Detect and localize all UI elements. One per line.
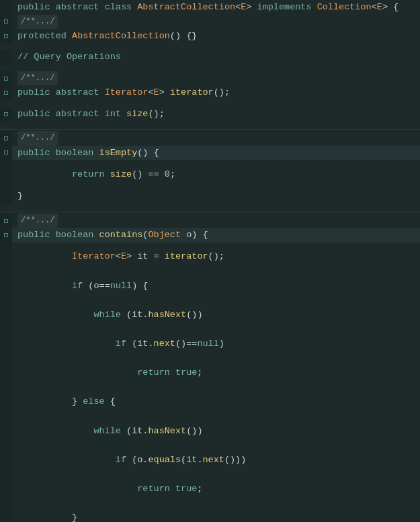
keyword-public: public <box>17 0 50 15</box>
class-name: AbstractCollection <box>137 0 235 15</box>
gutter <box>0 300 12 329</box>
blank-line <box>0 100 420 107</box>
keyword: abstract <box>56 85 99 100</box>
line-content: return size() == 0; <box>12 160 181 189</box>
line-content: /**.../ <box>12 214 63 228</box>
gutter <box>0 146 12 161</box>
size-line: public abstract int size(); <box>0 107 420 122</box>
constructor-line: protected AbstractCollection() {} <box>0 29 420 44</box>
keyword: true <box>175 482 197 496</box>
gutter-marker <box>4 91 8 95</box>
keyword: return <box>137 482 170 496</box>
line-content: public abstract class AbstractCollection… <box>12 0 404 15</box>
code-container: public abstract class AbstractCollection… <box>0 0 420 522</box>
javadoc-collapse: /**.../ <box>17 71 58 85</box>
line-content: } else { <box>12 388 121 417</box>
generic-bracket: < <box>235 0 241 15</box>
gutter-marker <box>4 112 8 116</box>
type: Iterator <box>72 249 116 264</box>
if-equals-line: if (o.equals(it.next())) <box>0 445 420 474</box>
contains-line: public boolean contains(Object o) { <box>0 228 420 243</box>
javadoc-line-1: /**.../ <box>0 15 420 29</box>
gutter <box>0 474 12 503</box>
javadoc-line-3: /**.../ <box>0 131 420 145</box>
return-true-2: return true; <box>0 474 420 503</box>
return-size-line: return size() == 0; <box>0 160 420 189</box>
keyword-implements: implements <box>257 0 312 15</box>
gutter <box>0 243 12 271</box>
gutter-marker <box>4 233 8 237</box>
separator-1 <box>0 129 420 130</box>
iterator-line: public abstract Iterator<E> iterator(); <box>0 85 420 100</box>
line-content: /**.../ <box>12 131 63 145</box>
method-call: hasNext <box>148 308 186 322</box>
number: 0 <box>165 167 170 182</box>
while-hasnext-2: while (it.hasNext()) <box>0 417 420 445</box>
line-content: if (it.next()==null) <box>12 329 230 358</box>
gutter <box>0 189 12 204</box>
line-content: public abstract int size(); <box>12 107 170 122</box>
gutter <box>0 329 12 358</box>
type: Object <box>148 228 181 243</box>
javadoc-line-2: /**.../ <box>0 71 420 85</box>
header-line: public abstract class AbstractCollection… <box>0 0 420 15</box>
keyword-class: class <box>105 0 132 15</box>
comment-text: // Query Operations <box>17 50 121 64</box>
gutter <box>0 417 12 445</box>
blank-line <box>0 64 420 71</box>
keyword: if <box>72 279 83 294</box>
param: o <box>186 228 192 243</box>
gutter <box>0 29 12 44</box>
keyword: else <box>83 394 104 409</box>
iterator-decl-line: Iterator<E> it = iterator(); <box>0 243 420 271</box>
gutter <box>0 388 12 417</box>
type-param: E <box>241 0 246 15</box>
keyword: if <box>116 337 126 351</box>
gutter <box>0 160 12 189</box>
keyword: null <box>110 279 132 294</box>
keyword: while <box>93 424 121 439</box>
gutter <box>0 503 12 522</box>
gutter-marker <box>4 77 8 81</box>
gutter <box>0 445 12 474</box>
method-call: iterator <box>165 249 208 264</box>
method-call: next <box>154 337 175 351</box>
method-call: equals <box>148 453 181 468</box>
keyword: null <box>197 337 218 351</box>
line-content: if (o.equals(it.next())) <box>12 445 251 474</box>
keyword: while <box>93 308 121 322</box>
gutter <box>0 214 12 228</box>
javadoc-line-4: /**.../ <box>0 214 420 228</box>
if-next-null: if (it.next()==null) <box>0 329 420 358</box>
keyword: return <box>137 365 170 380</box>
line-content: public boolean isEmpty() { <box>12 146 165 161</box>
interface-name: Collection <box>317 0 372 15</box>
isempty-line: public boolean isEmpty() { <box>0 146 420 161</box>
gutter <box>0 228 12 243</box>
gutter-marker <box>4 19 8 24</box>
gutter-marker <box>4 219 8 223</box>
keyword: public <box>17 85 50 100</box>
keyword: return <box>72 167 105 182</box>
line-content: } <box>12 503 83 522</box>
method-call: next <box>203 453 224 468</box>
close-inner-brace: } <box>0 503 420 522</box>
blank-line <box>0 43 420 50</box>
separator-2 <box>0 212 420 212</box>
blank-line <box>0 121 420 128</box>
line-content: while (it.hasNext()) <box>12 417 208 445</box>
method-name: size <box>126 107 148 122</box>
keyword: boolean <box>56 228 94 243</box>
gutter-marker <box>4 150 8 155</box>
keyword: boolean <box>56 146 94 161</box>
javadoc-collapse: /**.../ <box>17 214 58 228</box>
line-content: return true; <box>12 474 208 503</box>
return-true-1: return true; <box>0 358 420 387</box>
blank-line <box>0 204 420 210</box>
keyword: if <box>116 453 126 468</box>
gutter-marker <box>4 136 8 140</box>
method-name: isEmpty <box>99 146 138 161</box>
gutter <box>0 0 12 15</box>
else-line: } else { <box>0 388 420 417</box>
gutter <box>0 107 12 122</box>
